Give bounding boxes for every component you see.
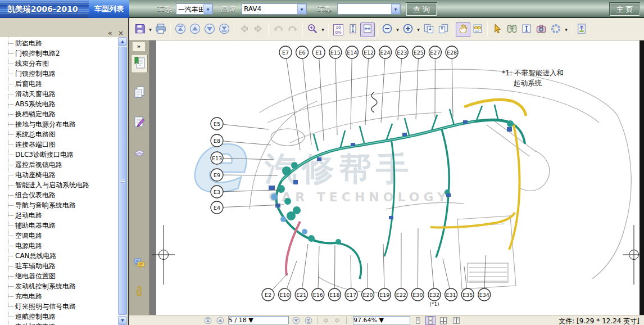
save-menu-caret[interactable]: ▼ bbox=[147, 22, 153, 37]
sidebar-item[interactable]: 充电电路 bbox=[0, 291, 119, 301]
expand-panel-icon[interactable]: » bbox=[133, 42, 145, 51]
layers-panel-button[interactable] bbox=[131, 143, 148, 162]
sidebar-item[interactable]: 电动门窗电路 bbox=[0, 322, 119, 325]
document-area[interactable]: e 汽修帮手 CAR TECHNOLOGY bbox=[149, 40, 644, 315]
sidebar-item[interactable]: 辅助电器电路 bbox=[0, 220, 119, 231]
search-tool-button[interactable] bbox=[505, 22, 519, 37]
last-page-button-bottom[interactable] bbox=[305, 317, 312, 324]
back-view-button[interactable] bbox=[321, 317, 329, 324]
zoom-tool-button[interactable] bbox=[305, 22, 320, 37]
next-page-button[interactable] bbox=[202, 22, 217, 37]
series-select[interactable]: 一汽丰田 ▼ bbox=[176, 3, 213, 15]
next-page-button-bottom[interactable] bbox=[292, 317, 300, 324]
chevron-down-icon[interactable]: ▼ bbox=[297, 4, 306, 14]
fit-width-button[interactable] bbox=[360, 22, 375, 37]
continuous-layout-button[interactable] bbox=[425, 316, 436, 325]
query-button[interactable]: 查 询 bbox=[406, 3, 437, 16]
sidebar-item[interactable]: 接地与电源分布电路 bbox=[0, 119, 119, 129]
scrollbar-thumb[interactable] bbox=[118, 47, 127, 315]
attachments-panel-button[interactable] bbox=[131, 282, 148, 301]
loupe-tool-button[interactable] bbox=[548, 22, 563, 37]
sidebar-item[interactable]: 空调电路 bbox=[0, 231, 119, 241]
zoom-100-button[interactable]: 100% bbox=[331, 22, 346, 37]
select-tool-button[interactable] bbox=[490, 22, 505, 37]
zoom-in-caret[interactable]: ▼ bbox=[415, 22, 421, 37]
sidebar-item[interactable]: 电动座椅电路 bbox=[0, 170, 119, 180]
pages-panel-button[interactable] bbox=[131, 83, 148, 102]
sidebar-item[interactable]: 发动机控制系统电路 bbox=[0, 281, 119, 291]
undo-button[interactable] bbox=[271, 22, 285, 37]
history-forward-button[interactable] bbox=[251, 22, 266, 37]
printer-icon bbox=[155, 23, 166, 36]
snapshot-button[interactable] bbox=[534, 22, 548, 37]
sidebar-item[interactable]: 继电器位置图 bbox=[0, 271, 119, 281]
sidebar-item[interactable]: DLC3诊断接口电路 bbox=[0, 150, 119, 160]
sidebar-item[interactable]: 线束分布图 bbox=[0, 58, 119, 69]
sidebar-item[interactable]: 组合仪表电路 bbox=[0, 190, 119, 200]
sidebar-item[interactable]: 门锁控制电路2 bbox=[0, 48, 119, 58]
zoom-out-caret[interactable]: ▼ bbox=[394, 22, 401, 37]
sidebar-item[interactable]: 智能进入与启动系统电路 bbox=[0, 180, 119, 190]
zoom-out-button[interactable] bbox=[380, 22, 394, 37]
scroll-down-icon[interactable]: ▼ bbox=[118, 316, 127, 325]
save-button[interactable] bbox=[133, 22, 147, 37]
sidebar-item[interactable]: 导航与音响系统电路 bbox=[0, 200, 119, 210]
redo-button[interactable] bbox=[285, 22, 300, 37]
tab-model-list[interactable]: 车型列表 bbox=[89, 0, 129, 18]
sidebar-item[interactable]: ABS系统电路 bbox=[0, 99, 119, 109]
history-back-button[interactable] bbox=[237, 22, 251, 37]
hand-tool-button[interactable] bbox=[456, 22, 470, 37]
sidebar-item[interactable]: CAN总线电路 bbox=[0, 251, 119, 261]
svg-text:E35: E35 bbox=[462, 292, 473, 298]
loupe-tool-caret[interactable]: ▼ bbox=[563, 22, 569, 37]
sidebar-item[interactable]: 连接器端口图 bbox=[0, 139, 119, 150]
sidebar-scrollbar[interactable]: ▲ ▼ bbox=[118, 37, 127, 325]
text-viewer-button[interactable] bbox=[574, 22, 589, 37]
sidebar-item[interactable]: 滑动天窗电路 bbox=[0, 89, 119, 99]
annotations-panel-button[interactable] bbox=[131, 112, 148, 132]
zoom-tool-caret[interactable]: ▼ bbox=[320, 22, 326, 37]
sidebar-item[interactable]: 灯光照明与信号电路 bbox=[0, 301, 119, 312]
sidebar-item[interactable]: 起动电路 bbox=[0, 210, 119, 220]
select-text-button[interactable] bbox=[519, 22, 534, 37]
chevron-down-icon[interactable]: ▼ bbox=[248, 317, 253, 324]
continuous-facing-layout-button[interactable] bbox=[451, 316, 461, 325]
first-page-button-bottom[interactable] bbox=[204, 317, 212, 324]
sidebar-item[interactable]: 电源电路 bbox=[0, 241, 119, 251]
sidebar-item[interactable]: 巡航控制电路 bbox=[0, 312, 119, 322]
chevron-down-icon[interactable]: ▼ bbox=[379, 317, 383, 324]
prev-page-button-bottom[interactable] bbox=[216, 317, 224, 324]
sidebar-item[interactable]: 驻车辅助电路 bbox=[0, 261, 119, 271]
prev-page-button[interactable] bbox=[188, 22, 202, 37]
facing-layout-button[interactable] bbox=[438, 316, 448, 325]
bookmarks-panel-button[interactable] bbox=[131, 54, 148, 73]
sidebar-item[interactable]: 防盗电路 bbox=[0, 38, 119, 48]
model-select[interactable]: ▼ bbox=[337, 3, 401, 15]
comments-panel-button[interactable] bbox=[131, 254, 148, 273]
top-bar: 凯美瑞2006-2010 车型列表 车系 一汽丰田 ▼ 品牌 RAV4 ▼ 车型… bbox=[0, 0, 644, 18]
brand-select[interactable]: RAV4 ▼ bbox=[242, 3, 307, 15]
cursor-arrow-icon bbox=[492, 23, 503, 36]
export-pages-button[interactable] bbox=[421, 22, 436, 37]
chevron-down-icon[interactable]: ▼ bbox=[203, 4, 212, 14]
single-page-layout-button[interactable] bbox=[413, 316, 423, 325]
forward-view-button[interactable] bbox=[334, 317, 342, 324]
print-button[interactable] bbox=[153, 22, 168, 37]
chevron-down-icon[interactable]: ▼ bbox=[391, 4, 400, 14]
last-page-button[interactable] bbox=[217, 22, 232, 37]
paperclip-icon bbox=[133, 285, 146, 300]
sidebar-item[interactable]: 系统总电路图 bbox=[0, 129, 119, 139]
page-number-combo[interactable]: 5 / 18 ▼ bbox=[228, 316, 289, 324]
sidebar-item[interactable]: 门锁控制电路 bbox=[0, 69, 119, 79]
scroll-up-icon[interactable]: ▲ bbox=[118, 37, 127, 46]
first-page-button[interactable] bbox=[173, 22, 188, 37]
sidebar-item[interactable]: 后窗电路 bbox=[0, 79, 119, 89]
zoom-level-combo[interactable]: 97.64% ▼ bbox=[353, 316, 410, 324]
zoom-in-button[interactable] bbox=[401, 22, 415, 37]
fit-page-button[interactable] bbox=[346, 22, 360, 37]
reading-mode-button[interactable] bbox=[470, 22, 485, 37]
import-pages-button[interactable] bbox=[436, 22, 451, 37]
sidebar-item[interactable]: 换档锁定电路 bbox=[0, 109, 119, 119]
sidebar-item[interactable]: 遥控后视镜电路 bbox=[0, 160, 119, 170]
home-button[interactable]: 主 页 bbox=[610, 3, 640, 16]
